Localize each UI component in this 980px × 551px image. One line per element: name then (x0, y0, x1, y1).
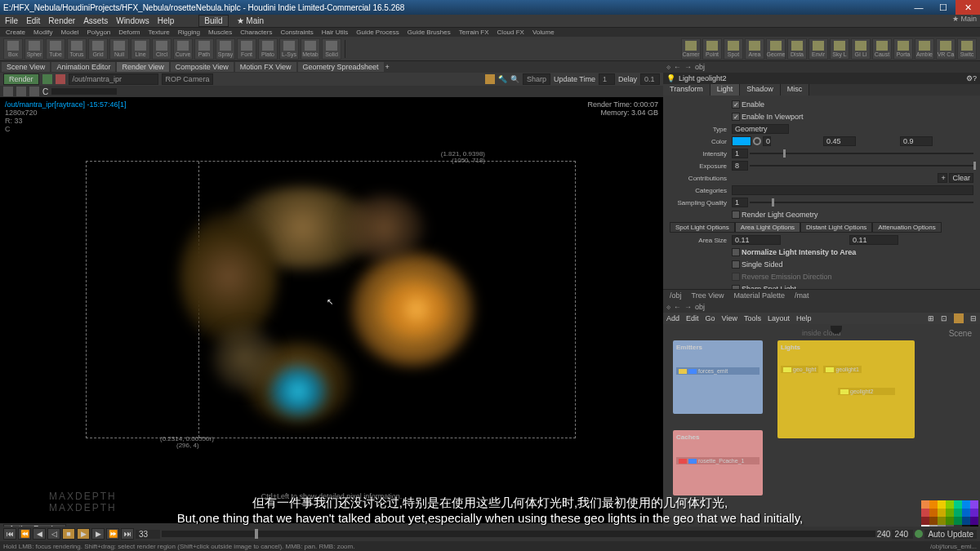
exposure-slider[interactable] (750, 165, 973, 167)
rop-path-field[interactable]: /out/mantra_ipr (69, 73, 158, 85)
node-geolight[interactable]: geo_light (781, 366, 818, 373)
rop-camera-field[interactable]: ROP Camera (162, 73, 214, 85)
next-frame-button[interactable]: ▶ (91, 528, 105, 540)
home-icon[interactable] (3, 87, 13, 96)
net-tool-icon[interactable]: ⊟ (970, 314, 977, 322)
tool-circle[interactable]: Circl (152, 38, 172, 60)
colorwheel-icon[interactable] (753, 137, 761, 145)
update-time-field[interactable]: 1 (599, 73, 615, 85)
node-geolight2[interactable]: geolight2 (838, 388, 895, 395)
layout-dropdown[interactable]: Build (198, 15, 228, 27)
shelf-tab[interactable]: Rigging (176, 29, 203, 36)
menu-help[interactable]: Help (158, 16, 175, 25)
flashlight-icon[interactable]: 🔦 (498, 75, 507, 83)
stop-icon[interactable] (56, 74, 65, 84)
shelf-tab[interactable]: Model (59, 29, 82, 36)
shelf-tab[interactable]: Cloud FX (495, 29, 527, 36)
net-tool-icon[interactable]: ⊞ (928, 314, 934, 322)
sharpspot-checkbox[interactable] (732, 285, 740, 289)
shelf-tab[interactable]: Characters (238, 29, 274, 36)
clear-button[interactable]: Clear (949, 173, 973, 183)
network-menu-item[interactable]: Edit (686, 314, 699, 322)
menu-render[interactable]: Render (48, 16, 75, 25)
delay-field[interactable]: 0.1 (640, 73, 660, 85)
param-tab[interactable]: Shadow (740, 84, 781, 96)
tool-grid[interactable]: Grid (88, 38, 108, 60)
tool-spot-light[interactable]: Spot (724, 38, 743, 60)
back-icon[interactable]: ← (674, 303, 681, 311)
enable-checkbox[interactable]: ✓ (732, 100, 740, 109)
pin-icon[interactable]: ⟐ (666, 63, 670, 71)
pane-tab[interactable]: Geometry Spreadsheet (298, 62, 384, 72)
view1-icon[interactable] (16, 87, 26, 96)
tool-sphere[interactable]: Spher (24, 38, 44, 60)
tool-box[interactable]: Box (3, 38, 23, 60)
rlg-checkbox[interactable] (732, 211, 740, 219)
frame-field[interactable]: 33 (136, 530, 160, 539)
gear-icon[interactable]: ⚙ (966, 74, 973, 82)
menu-assets[interactable]: Assets (83, 16, 108, 25)
render-view[interactable]: /out/mantra_ipr[raytrace] -15:57:46[1] 1… (0, 97, 663, 523)
sharp-dropdown[interactable]: Sharp (523, 73, 550, 85)
param-tab[interactable]: Misc (781, 84, 810, 96)
tool-portal-light[interactable]: Porta (893, 38, 913, 60)
color-v1-field[interactable]: 0.45 (823, 136, 856, 146)
areasize-y-field[interactable]: 0.11 (849, 235, 898, 245)
pick-icon[interactable] (485, 74, 495, 84)
tool-vr-camera[interactable]: VR Ca (936, 38, 956, 60)
pane-tab[interactable]: Animation Editor (51, 62, 115, 72)
main-desktop-label[interactable]: ★ Main (237, 16, 264, 25)
shelf-tab[interactable]: Guide Process (354, 29, 401, 36)
shelf-tab[interactable]: Create (3, 29, 28, 36)
exposure-slider[interactable] (51, 88, 117, 95)
net-tool-icon[interactable]: ⊡ (941, 314, 947, 322)
caches-box[interactable]: Caches rosette_Pcache_1 (673, 430, 763, 495)
snapshot-icon[interactable] (42, 74, 52, 84)
render-button[interactable]: Render (3, 73, 39, 85)
add-tab-button[interactable]: + (385, 63, 390, 71)
shelf-tab[interactable]: Texture (146, 29, 172, 36)
lights-box[interactable]: Lights geo_light geolight1 geolight2 (777, 340, 915, 438)
shelf-tab[interactable]: Volume (530, 29, 557, 36)
menu-edit[interactable]: Edit (26, 16, 40, 25)
fwd-icon[interactable]: → (684, 63, 692, 71)
reverse-checkbox[interactable] (732, 273, 740, 281)
timeline-slider[interactable] (162, 531, 875, 537)
param-path-field[interactable]: obj (695, 63, 977, 71)
pane-tab[interactable]: Motion FX View (235, 62, 296, 72)
network-tab[interactable]: /mat (791, 291, 813, 300)
auto-update-dropdown[interactable]: Auto Update (924, 530, 977, 539)
exposure-field[interactable]: 8 (732, 161, 748, 171)
tool-point-light[interactable]: Point (702, 38, 722, 60)
shelf-tab[interactable]: Deform (116, 29, 142, 36)
prev-frame-button[interactable]: ◀ (33, 528, 46, 540)
network-menu-item[interactable]: Add (666, 314, 679, 322)
light-subtab[interactable]: Attenuation Options (872, 222, 941, 233)
shelf-tab[interactable]: Terrain FX (457, 29, 492, 36)
prev-key-button[interactable]: ⏪ (18, 528, 31, 540)
range-field[interactable]: 240 (892, 530, 913, 539)
areasize-x-field[interactable]: 0.11 (732, 235, 781, 245)
network-menu-item[interactable]: Layout (768, 314, 790, 322)
light-subtab[interactable]: Distant Light Options (800, 222, 872, 233)
fwd-icon[interactable]: → (684, 303, 692, 311)
network-menu-item[interactable]: Go (706, 314, 715, 322)
zoom-icon[interactable]: 🔍 (510, 75, 519, 83)
node-cache[interactable]: rosette_Pcache_1 (676, 457, 760, 464)
back-icon[interactable]: ← (674, 63, 681, 71)
first-frame-button[interactable]: ⏮ (3, 528, 16, 540)
network-menu-item[interactable]: View (722, 314, 737, 322)
tool-caustic-light[interactable]: Caust (872, 38, 892, 60)
tool-area-light[interactable]: Area (745, 38, 764, 60)
light-subtab[interactable]: Spot Light Options (670, 222, 735, 233)
pane-tab[interactable]: Composite View (171, 62, 234, 72)
tool-font[interactable]: Font (237, 38, 256, 60)
type-dropdown[interactable]: Geometry (732, 124, 789, 134)
tool-gi-light[interactable]: GI Li (851, 38, 871, 60)
color-swatch[interactable] (732, 136, 751, 146)
network-tab[interactable]: /obj (666, 291, 685, 300)
tool-switcher[interactable]: Switc (957, 38, 977, 60)
add-contrib-button[interactable]: + (938, 173, 947, 183)
categories-field[interactable] (732, 185, 973, 195)
normalize-checkbox[interactable] (732, 248, 740, 256)
